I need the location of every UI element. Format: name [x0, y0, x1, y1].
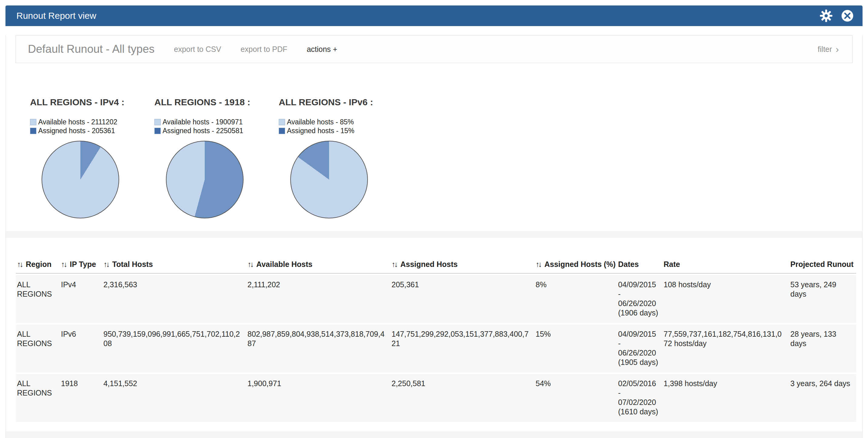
chart-title: ALL REGIONS - IPv4 : [30, 97, 154, 107]
date-span: (1906 days) [618, 308, 659, 318]
cell-projected-runout: 3 years, 264 days [789, 374, 856, 422]
cell-available-hosts: 2,111,202 [246, 275, 390, 323]
window-content: Default Runout - All types export to CSV… [5, 35, 863, 438]
cell-assigned-pct: 8% [534, 275, 617, 323]
export-csv-button[interactable]: export to CSV [174, 45, 221, 54]
cell-available-hosts: 1,900,971 [246, 374, 390, 422]
cell-assigned-pct: 54% [534, 374, 617, 422]
date-span: (1905 days) [618, 357, 659, 367]
column-header-total-hosts[interactable]: ↑↓Total Hosts [102, 256, 246, 274]
cell-assigned-hosts: 147,751,299,292,053,151,377,883,400,721 [390, 324, 534, 373]
cell-ip-type: IPv4 [60, 275, 102, 323]
legend-item: Assigned hosts - 2250581 [154, 126, 279, 135]
pie-chart-1918 [166, 141, 244, 218]
filter-label: filter [818, 45, 832, 54]
gear-icon[interactable] [819, 9, 833, 23]
titlebar-icons [819, 9, 854, 23]
charts-row: ALL REGIONS - IPv4 : Available hosts - 2… [6, 63, 862, 231]
column-header-assigned-pct[interactable]: ↑↓Assigned Hosts (%) [534, 256, 617, 274]
cell-dates: 04/09/2015 - 06/26/2020 (1906 days) [617, 275, 662, 323]
chart-block-ipv6: ALL REGIONS - IPv6 : Available hosts - 8… [279, 97, 403, 218]
column-label: Projected Runout [790, 260, 854, 269]
cell-assigned-hosts: 205,361 [390, 275, 534, 323]
legend-item: Assigned hosts - 15% [279, 126, 403, 135]
cell-region: ALL REGIONS [16, 275, 60, 323]
legend-label: Available hosts - 2111202 [38, 118, 117, 126]
export-pdf-button[interactable]: export to PDF [241, 45, 287, 54]
column-label: Total Hosts [112, 260, 153, 269]
cell-region: ALL REGIONS [16, 324, 60, 373]
legend-swatch-available [154, 119, 161, 125]
cell-projected-runout: 53 years, 249 days [789, 275, 856, 323]
column-header-assigned-hosts[interactable]: ↑↓Assigned Hosts [390, 256, 534, 274]
date-from: 04/09/2015 [618, 280, 659, 289]
actions-menu-button[interactable]: actions + [307, 45, 337, 54]
column-label: Assigned Hosts (%) [545, 260, 616, 269]
sort-icon: ↑↓ [61, 260, 66, 269]
column-header-ip-type[interactable]: ↑↓IP Type [60, 256, 102, 274]
cell-total-hosts: 2,316,563 [102, 275, 246, 323]
sort-icon: ↑↓ [536, 260, 541, 269]
legend-swatch-available [279, 119, 285, 125]
legend-item: Available hosts - 2111202 [30, 118, 154, 126]
window-title: Runout Report view [17, 11, 96, 21]
cell-rate: 1,398 hosts/day [662, 374, 789, 422]
cell-dates: 04/09/2015 - 06/26/2020 (1905 days) [617, 324, 662, 373]
legend-swatch-assigned [30, 128, 36, 134]
column-label: Dates [618, 260, 639, 269]
column-header-projected-runout: Projected Runout [789, 256, 856, 274]
cell-ip-type: IPv6 [60, 324, 102, 373]
column-label: Rate [663, 260, 680, 269]
report-toolbar: Default Runout - All types export to CSV… [16, 35, 852, 63]
chevron-right-icon: › [836, 44, 839, 54]
column-header-region[interactable]: ↑↓Region [16, 256, 60, 274]
sort-icon: ↑↓ [392, 260, 397, 269]
close-circle-icon[interactable] [841, 9, 854, 23]
legend-item: Available hosts - 85% [279, 118, 403, 126]
pie-chart-ipv6 [290, 141, 368, 218]
legend-swatch-assigned [279, 128, 285, 134]
window-titlebar: Runout Report view [5, 5, 863, 26]
chart-block-1918: ALL REGIONS - 1918 : Available hosts - 1… [154, 97, 279, 218]
date-to: 07/02/2020 [618, 398, 659, 407]
chart-block-ipv4: ALL REGIONS - IPv4 : Available hosts - 2… [30, 97, 154, 218]
sort-icon: ↑↓ [17, 260, 22, 269]
date-from: 02/05/2016 [618, 379, 659, 388]
legend-label: Assigned hosts - 205361 [38, 127, 115, 135]
pie-chart-ipv4 [41, 141, 119, 218]
table-header-row: ↑↓Region ↑↓IP Type ↑↓Total Hosts ↑↓Avail… [16, 256, 856, 274]
column-label: IP Type [70, 260, 96, 269]
chart-title: ALL REGIONS - 1918 : [154, 97, 279, 107]
table-row-ipv6: ALL REGIONS IPv6 950,739,159,096,991,665… [16, 324, 856, 373]
legend-swatch-assigned [154, 128, 161, 134]
cell-total-hosts: 950,739,159,096,991,665,751,702,110,208 [102, 324, 246, 373]
footer-strip [6, 431, 862, 438]
cell-rate: 108 hosts/day [662, 275, 789, 323]
legend-item: Assigned hosts - 205361 [30, 126, 154, 135]
table-row-ipv4: ALL REGIONS IPv4 2,316,563 2,111,202 205… [16, 275, 856, 323]
runout-report-window: Runout Report view [5, 5, 863, 438]
date-span: (1610 days) [618, 407, 659, 416]
date-from: 04/09/2015 [618, 330, 659, 339]
column-header-rate: Rate [662, 256, 789, 274]
runout-report-table: ↑↓Region ↑↓IP Type ↑↓Total Hosts ↑↓Avail… [16, 255, 856, 424]
date-to: 06/26/2020 [618, 348, 659, 357]
column-header-dates: Dates [617, 256, 662, 274]
legend-item: Available hosts - 1900971 [154, 118, 279, 126]
legend-label: Assigned hosts - 15% [287, 127, 354, 135]
filter-toggle[interactable]: filter › [818, 44, 839, 54]
date-separator: - [618, 388, 659, 398]
legend-label: Available hosts - 1900971 [162, 118, 243, 126]
column-label: Available Hosts [256, 260, 312, 269]
table-row-1918: ALL REGIONS 1918 4,151,552 1,900,971 2,2… [16, 374, 856, 422]
legend-label: Available hosts - 85% [287, 118, 354, 126]
cell-total-hosts: 4,151,552 [102, 374, 246, 422]
cell-assigned-pct: 15% [534, 324, 617, 373]
date-separator: - [618, 289, 659, 299]
date-to: 06/26/2020 [618, 299, 659, 308]
column-header-available-hosts[interactable]: ↑↓Available Hosts [246, 256, 390, 274]
chart-title: ALL REGIONS - IPv6 : [279, 97, 403, 107]
sort-icon: ↑↓ [247, 260, 253, 269]
cell-rate: 77,559,737,161,182,754,816,131,072 hosts… [662, 324, 789, 373]
cell-region: ALL REGIONS [16, 374, 60, 422]
